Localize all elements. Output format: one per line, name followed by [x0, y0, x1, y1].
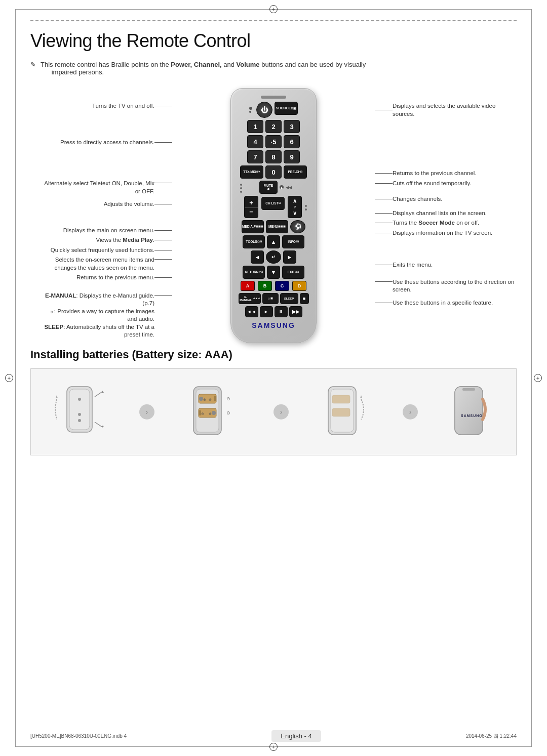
label-return: Returns to the previous menu.	[30, 274, 172, 282]
connector-emanual	[154, 295, 172, 296]
footer-right: 2014-06-25 四 1:22:44	[466, 733, 517, 740]
connector-color-r	[375, 281, 393, 282]
note-text: This remote control has Braille points o…	[41, 61, 366, 76]
label-chlist-text: Displays channel lists on the screen.	[393, 209, 487, 218]
ttx-row: TTX/MIX⊞✎ 0 PRE-CH⊟	[237, 165, 310, 179]
battery-step-1-svg	[52, 384, 112, 440]
btn-5[interactable]: ·5	[265, 135, 282, 148]
label-color: Use these buttons according to the direc…	[375, 278, 517, 294]
label-soccer-text: Turns the Soccer Mode on or off.	[393, 219, 479, 227]
connector-source-r	[375, 110, 393, 110]
connector-ch-r	[375, 199, 393, 199]
pause-button[interactable]: II	[275, 306, 288, 317]
connector-tools	[154, 250, 172, 250]
source-button[interactable]: SOURCE⊞▣	[275, 102, 298, 115]
mute-button[interactable]: MUTE✘	[259, 181, 278, 194]
rew-button[interactable]: ◄◄	[245, 306, 258, 317]
color-row: A B C D	[237, 281, 310, 291]
ttxmix-button[interactable]: TTX/MIX⊞✎	[240, 165, 263, 179]
label-power: Turns the TV on and off.	[30, 102, 172, 110]
return-button[interactable]: RETURN↩⊟	[243, 266, 265, 279]
up-button[interactable]: ▲	[267, 235, 280, 248]
svg-rect-28	[455, 387, 483, 435]
label-specific: Use these buttons in a specific feature.	[375, 299, 517, 307]
right-labels: Displays and selects the available video…	[375, 88, 517, 343]
battery-title: Installing batteries (Battery size: AAA)	[30, 348, 517, 361]
svg-text:⊖: ⊖	[226, 396, 230, 401]
ok-button[interactable]: ↵	[266, 250, 281, 264]
battery-images: › ⊕ ⊖ ⊕ ⊖	[30, 368, 517, 455]
svg-rect-1	[69, 389, 90, 430]
volume-button[interactable]: + −	[244, 196, 258, 218]
label-chlist: Displays channel lists on the screen.	[375, 209, 517, 218]
svg-point-12	[199, 397, 203, 401]
label-mute-text: Cuts off the sound temporarily.	[393, 180, 472, 188]
btn-c[interactable]: C	[275, 281, 289, 291]
btn-7[interactable]: 7	[247, 150, 263, 163]
connector-return	[154, 277, 172, 278]
label-emanual: E-MANUAL: Displays the e-Manual guide.(p…	[30, 292, 172, 339]
left-button[interactable]: ◄	[251, 250, 264, 264]
btn-6[interactable]: 6	[284, 135, 300, 148]
connector-channels	[154, 142, 172, 143]
battery-step-4: SAMSUNG	[445, 384, 495, 440]
btn-9[interactable]: 9	[284, 150, 300, 163]
connector-volume	[154, 204, 172, 204]
svg-rect-24	[332, 395, 350, 403]
label-color-text: Use these buttons according to the direc…	[393, 278, 514, 294]
sleep-button[interactable]: SLEEP	[280, 293, 298, 304]
connector-chlist-r	[375, 213, 393, 214]
left-labels: Turns the TV on and off. Press to direct…	[30, 88, 172, 343]
label-teletext: Alternately select Teletext ON, Double, …	[30, 180, 172, 195]
btn-a[interactable]: A	[241, 281, 255, 291]
btn-d[interactable]: D	[292, 281, 306, 291]
return-row: RETURN↩⊟ ▼ EXIT⊟⊟	[237, 266, 310, 279]
svg-text:⊕: ⊕	[203, 398, 206, 401]
ff-button[interactable]: ▶▶	[289, 306, 302, 317]
btn-b[interactable]: B	[258, 281, 272, 291]
svg-text:⊖: ⊖	[226, 410, 230, 415]
btn-3[interactable]: 3	[284, 120, 300, 133]
footer-center: English - 4	[271, 730, 321, 742]
label-info: Displays information on the TV screen.	[375, 229, 517, 237]
channel-button[interactable]: ∧ P ∨	[288, 196, 302, 218]
footer-left: [UH5200-ME]BN68-06310U-00ENG.indb 4	[30, 733, 127, 739]
btn-8[interactable]: 8	[265, 150, 282, 163]
label-info-text: Displays information on the TV screen.	[393, 229, 492, 237]
power-button[interactable]: ⏻	[256, 102, 272, 118]
label-soccer: Turns the Soccer Mode on or off.	[375, 219, 517, 227]
exit-button[interactable]: EXIT⊟⊟	[282, 266, 304, 279]
label-exit-text: Exits the menu.	[393, 261, 433, 269]
svg-rect-11	[214, 396, 216, 401]
btn-2[interactable]: 2	[265, 120, 282, 133]
label-channels: Press to directly access to channels.	[30, 139, 172, 147]
battery-arrow-1: ›	[139, 404, 154, 419]
play-button[interactable]: ►	[260, 306, 273, 317]
soccer-button[interactable]: ⚽	[290, 220, 305, 233]
svg-point-5	[78, 413, 81, 416]
tools-button[interactable]: TOOLS▢⊟	[243, 235, 265, 248]
label-select: Selects the on-screen menu items andchan…	[30, 256, 172, 272]
info-button[interactable]: INFOℹ⊟	[282, 235, 304, 248]
emanual-button[interactable]: E-MANUAL◄◄◄	[239, 293, 261, 304]
label-return-text: Returns to the previous menu.	[76, 274, 154, 282]
prech-button[interactable]: PRE-CH⊟	[284, 165, 307, 179]
btn-0[interactable]: 0	[265, 165, 282, 179]
right-button[interactable]: ►	[283, 250, 296, 264]
arrow-row: ◄ ↵ ►	[237, 250, 310, 264]
btn-4[interactable]: 4	[247, 135, 263, 148]
chlist-button[interactable]: CH LIST⊟	[261, 197, 285, 210]
btn-1[interactable]: 1	[247, 120, 263, 133]
connector-teletext	[154, 183, 172, 183]
menu-button[interactable]: MENU▣▣▣	[266, 220, 288, 233]
page-footer: [UH5200-ME]BN68-06310U-00ENG.indb 4 Engl…	[0, 730, 547, 742]
down-button[interactable]: ▼	[267, 266, 280, 279]
svg-text:⊖: ⊖	[201, 412, 204, 415]
rec-button[interactable]: ■	[300, 293, 309, 304]
svg-marker-2	[56, 395, 58, 398]
label-menu-text: Displays the main on-screen menu.	[63, 227, 154, 235]
page-title: Viewing the Remote Control	[30, 30, 517, 52]
mediap-button[interactable]: MEDIA.P▣▣▣	[242, 220, 264, 233]
connector-soccer-r	[375, 223, 393, 223]
capture-button[interactable]: ☼▣	[262, 293, 279, 304]
